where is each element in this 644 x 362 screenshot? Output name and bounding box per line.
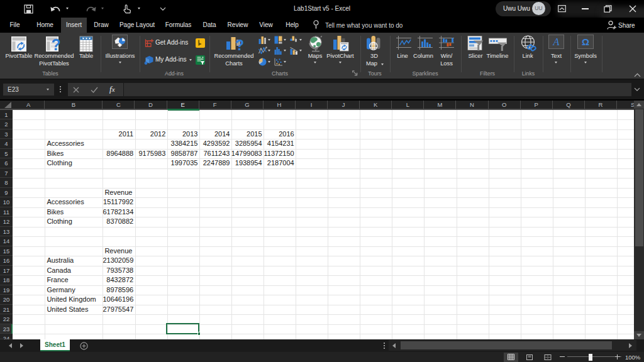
svg-text:?: ? bbox=[235, 37, 244, 53]
svg-text:?: ? bbox=[52, 36, 61, 53]
